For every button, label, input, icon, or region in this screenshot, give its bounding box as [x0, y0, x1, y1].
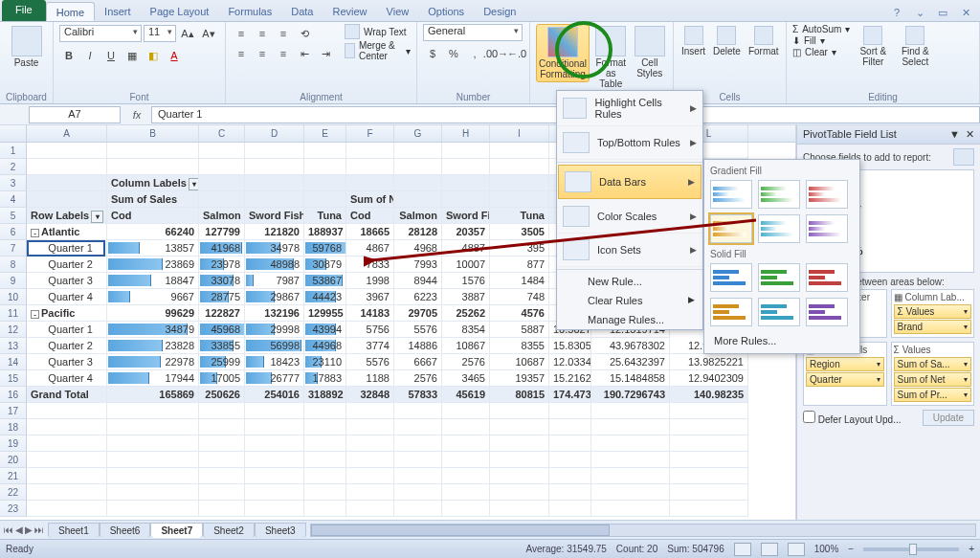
cell[interactable]: Sword Fish [442, 208, 490, 224]
sheet-nav-next-icon[interactable]: ▶ [25, 525, 33, 535]
cell[interactable]: 190.7296743 [591, 387, 670, 403]
cell[interactable]: 15.2162673 [549, 370, 591, 387]
zoom-slider[interactable] [863, 547, 959, 551]
cell[interactable] [245, 191, 304, 208]
cell[interactable] [245, 468, 304, 484]
conditional-formatting-button[interactable]: Conditional Formatting [536, 24, 590, 82]
cell[interactable] [591, 452, 670, 468]
outline-toggle-icon[interactable]: - [31, 229, 39, 237]
cell[interactable] [591, 501, 670, 517]
cell[interactable] [245, 159, 304, 175]
autosum-button[interactable]: Σ AutoSum ▾ [792, 24, 850, 34]
cell[interactable]: 80815 [490, 387, 549, 403]
row-header[interactable]: 2 [0, 159, 27, 175]
cell[interactable] [199, 159, 245, 175]
paste-button[interactable]: Paste [6, 24, 47, 70]
cell[interactable] [591, 484, 670, 501]
cell[interactable]: 2576 [442, 354, 490, 370]
cell[interactable] [304, 435, 346, 452]
row-header[interactable]: 14 [0, 354, 27, 370]
cell[interactable]: 33078 [199, 273, 245, 289]
merge-center-button[interactable]: Merge & Center ▾ [345, 40, 411, 61]
cell[interactable] [442, 468, 490, 484]
cell[interactable]: 33855 [199, 338, 245, 354]
cell[interactable]: 129955 [304, 305, 346, 322]
ribbon-tab-data[interactable]: Data [281, 2, 323, 21]
column-header[interactable]: C [199, 125, 245, 142]
cell[interactable] [107, 159, 199, 175]
cell[interactable]: Cod [107, 208, 199, 224]
cell[interactable]: Sword Fish [245, 208, 304, 224]
cell[interactable]: Row Labels▾ [27, 208, 107, 224]
cell[interactable] [199, 143, 245, 159]
ribbon-tab-insert[interactable]: Insert [95, 2, 141, 21]
cell[interactable] [549, 468, 591, 484]
values-area[interactable]: Σ ValuesSum of Sa...▾Sum of Net▾Sum of P… [891, 342, 975, 406]
row-header[interactable]: 12 [0, 322, 27, 338]
cell[interactable]: 48988 [245, 257, 304, 273]
cell[interactable]: 10007 [442, 257, 490, 273]
row-header[interactable]: 8 [0, 257, 27, 273]
cell[interactable]: 28775 [199, 289, 245, 305]
cell[interactable] [442, 501, 490, 517]
cell[interactable]: 14183 [346, 305, 394, 322]
ribbon-tab-page-layout[interactable]: Page Layout [141, 2, 219, 21]
column-header[interactable]: I [490, 125, 549, 142]
italic-button[interactable]: I [80, 46, 100, 65]
cell[interactable]: Quarter 1 [27, 322, 107, 338]
cell[interactable]: 34879 [107, 322, 199, 338]
cell[interactable]: 13.9825221 [670, 354, 748, 370]
cell[interactable]: 3967 [346, 289, 394, 305]
cell[interactable]: 23869 [107, 257, 199, 273]
cell[interactable] [27, 452, 107, 468]
align-left-icon[interactable]: ≡ [232, 44, 251, 63]
cell[interactable] [442, 419, 490, 435]
cell[interactable] [591, 403, 670, 419]
cell[interactable]: 5756 [346, 322, 394, 338]
cell[interactable] [442, 143, 490, 159]
cell[interactable] [304, 484, 346, 501]
cell[interactable]: 4887 [442, 240, 490, 257]
row-header[interactable]: 23 [0, 501, 27, 517]
cell[interactable]: 14886 [394, 338, 442, 354]
cell[interactable] [394, 143, 442, 159]
cell[interactable] [490, 468, 549, 484]
cell[interactable]: 254016 [245, 387, 304, 403]
filter-dropdown-icon[interactable]: ▾ [189, 178, 199, 190]
row-header[interactable]: 17 [0, 403, 27, 419]
fill-button[interactable]: ⬇ Fill ▾ [792, 35, 850, 46]
grow-font-icon[interactable]: A▴ [178, 24, 197, 43]
cell[interactable]: 165869 [107, 387, 199, 403]
ribbon-tab-home[interactable]: Home [46, 2, 95, 21]
cell[interactable]: 1576 [442, 273, 490, 289]
increase-indent-icon[interactable]: ⇥ [316, 44, 335, 63]
cell[interactable]: 66240 [107, 224, 199, 240]
data-bar-swatch[interactable] [758, 214, 800, 243]
ribbon-tab-review[interactable]: Review [323, 2, 376, 21]
cell[interactable] [670, 435, 748, 452]
cell[interactable] [107, 403, 199, 419]
ribbon-tab-view[interactable]: View [377, 2, 419, 21]
cell[interactable] [107, 435, 199, 452]
cell[interactable] [304, 452, 346, 468]
number-format-combo[interactable]: General [423, 24, 523, 41]
cell[interactable] [27, 468, 107, 484]
cell[interactable] [394, 484, 442, 501]
ribbon-tab-formulas[interactable]: Formulas [218, 2, 281, 21]
cell[interactable] [107, 419, 199, 435]
fill-color-button[interactable]: ◧ [144, 46, 163, 65]
cell[interactable]: 5576 [394, 322, 442, 338]
cell[interactable] [591, 468, 670, 484]
cell[interactable] [394, 159, 442, 175]
cell[interactable] [549, 419, 591, 435]
cell[interactable] [27, 435, 107, 452]
font-size-combo[interactable]: 11 [144, 25, 176, 42]
cell[interactable]: 17883 [304, 370, 346, 387]
cell[interactable] [346, 143, 394, 159]
font-color-button[interactable]: A [165, 46, 184, 65]
cell[interactable]: 8354 [442, 322, 490, 338]
cell[interactable] [245, 143, 304, 159]
cell[interactable]: 5887 [490, 322, 549, 338]
borders-button[interactable]: ▦ [122, 46, 142, 65]
cell[interactable] [346, 419, 394, 435]
